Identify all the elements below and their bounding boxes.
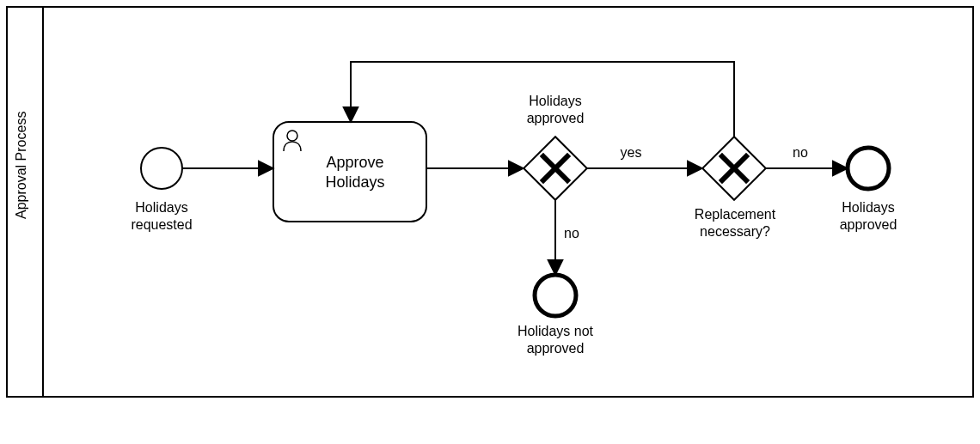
gateway-holidays-approved xyxy=(524,137,587,200)
end-event-not-approved-label: Holidays not approved xyxy=(504,323,607,357)
gateway-holidays-approved-label: Holidays approved xyxy=(504,93,607,127)
bpmn-diagram: Approval Process Holidays requested Appr… xyxy=(0,0,980,444)
end-event-not-approved xyxy=(535,275,576,316)
task-approve-holidays-label: Approve Holidays xyxy=(299,153,411,192)
end-event-approved-label: Holidays approved xyxy=(817,199,920,234)
flow-label-g2-no: no xyxy=(787,144,813,161)
start-event-label: Holidays requested xyxy=(110,199,213,234)
start-event xyxy=(141,148,182,189)
pool-title: Approval Process xyxy=(14,183,29,219)
end-event-approved xyxy=(848,148,889,189)
gateway-replacement-necessary-label: Replacement necessary? xyxy=(679,206,791,240)
svg-point-0 xyxy=(287,131,297,141)
pool-title-text: Approval Process xyxy=(14,112,29,219)
user-icon xyxy=(284,131,301,151)
flow-label-g1-yes: yes xyxy=(614,144,648,161)
flow-label-g1-no: no xyxy=(564,225,590,242)
gateway-replacement-necessary xyxy=(702,137,766,200)
